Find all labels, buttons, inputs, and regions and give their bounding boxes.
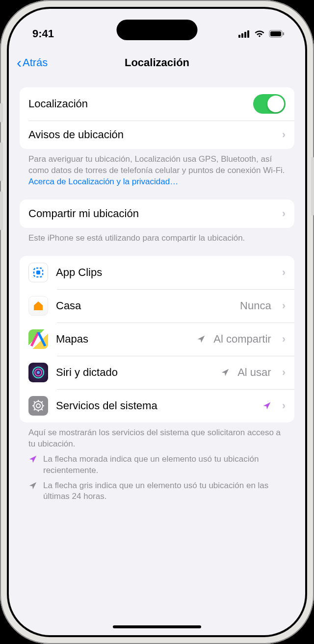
app-row-home[interactable]: Casa Nunca › [20, 289, 294, 322]
cell-label: Avisos de ubicación [28, 128, 271, 141]
back-button[interactable]: ‹ Atrás [17, 55, 48, 70]
nav-bar: ‹ Atrás Localización [9, 48, 305, 77]
svg-rect-8 [36, 271, 40, 274]
app-row-system-services[interactable]: Servicios del sistema › [20, 389, 294, 422]
group-share: Compartir mi ubicación › [20, 199, 294, 228]
svg-line-20 [34, 409, 35, 410]
privacy-link[interactable]: Acerca de Localización y la privacidad… [28, 177, 178, 186]
wifi-icon [254, 30, 265, 38]
phone-bezel: 9:41 ‹ Atrás Localización Localización [7, 7, 307, 637]
svg-line-18 [34, 401, 35, 403]
volume-down-button [0, 191, 3, 230]
cell-value: Al usar [237, 366, 271, 379]
location-arrow-gray-icon [221, 368, 230, 377]
legend-gray: La flecha gris indica que un elemento us… [20, 476, 294, 503]
cell-label: Siri y dictado [56, 366, 213, 379]
legend-purple: La flecha morada indica que un elemento … [20, 450, 294, 476]
content-scroll[interactable]: Localización Avisos de ubicación › Para … [9, 77, 305, 630]
svg-line-19 [41, 409, 43, 410]
legend-text: La flecha morada indica que un elemento … [43, 454, 286, 476]
gear-icon [28, 396, 48, 416]
svg-rect-2 [244, 32, 246, 38]
location-alerts-row[interactable]: Avisos de ubicación › [20, 121, 294, 149]
location-arrow-purple-icon [262, 401, 271, 410]
app-row-maps[interactable]: Mapas Al compartir › [20, 322, 294, 356]
app-row-appclips[interactable]: App Clips › [20, 256, 294, 289]
cell-label: Casa [56, 299, 232, 312]
cell-label: Servicios del sistema [56, 399, 255, 412]
app-row-siri[interactable]: Siri y dictado Al usar › [20, 356, 294, 389]
location-services-toggle-row[interactable]: Localización [20, 87, 294, 121]
svg-rect-3 [247, 30, 249, 38]
power-button [311, 157, 314, 216]
location-arrow-gray-icon [197, 335, 206, 344]
group-apps: App Clips › Casa Nunca › [20, 256, 294, 422]
location-arrow-purple-icon [28, 455, 37, 464]
footer-share-info: Este iPhone se está utilizando para comp… [20, 228, 294, 244]
footer-text: Este iPhone se está utilizando para comp… [28, 233, 245, 243]
status-time: 9:41 [32, 27, 54, 40]
legend-text: La flecha gris indica que un elemento us… [43, 480, 286, 503]
volume-up-button [0, 142, 3, 181]
svg-rect-5 [270, 31, 281, 36]
dynamic-island [117, 20, 198, 40]
chevron-right-icon: › [282, 399, 286, 412]
chevron-right-icon: › [282, 266, 286, 279]
cell-label: Mapas [56, 333, 189, 346]
status-indicators [238, 30, 285, 38]
chevron-right-icon: › [282, 333, 286, 346]
footer-location-info: Para averiguar tu ubicación, Localizació… [20, 149, 294, 188]
cell-value: Al compartir [213, 333, 271, 346]
svg-rect-6 [283, 32, 285, 35]
appclips-icon [28, 263, 48, 282]
siri-icon [28, 363, 48, 382]
mute-switch [0, 103, 3, 123]
battery-icon [269, 30, 285, 38]
footer-text: Aquí se mostrarán los servicios del sist… [28, 428, 281, 448]
location-toggle[interactable] [253, 94, 286, 114]
footer-text: Para averiguar tu ubicación, Localizació… [28, 154, 285, 175]
svg-rect-1 [241, 33, 243, 38]
svg-point-13 [36, 404, 40, 408]
cell-value: Nunca [240, 299, 271, 312]
svg-line-21 [41, 401, 43, 403]
chevron-right-icon: › [282, 299, 286, 312]
share-location-row[interactable]: Compartir mi ubicación › [20, 199, 294, 228]
cell-label: Localización [28, 98, 245, 110]
location-arrow-gray-icon [28, 481, 37, 490]
svg-rect-0 [238, 35, 240, 38]
back-label: Atrás [23, 56, 48, 69]
maps-icon [28, 329, 48, 349]
phone-frame: 9:41 ‹ Atrás Localización Localización [0, 0, 314, 644]
svg-point-11 [37, 371, 40, 374]
home-indicator[interactable] [113, 625, 201, 628]
screen: 9:41 ‹ Atrás Localización Localización [9, 9, 305, 635]
cellular-icon [238, 30, 250, 38]
chevron-right-icon: › [282, 128, 286, 141]
chevron-right-icon: › [282, 366, 286, 379]
page-title: Localización [125, 56, 189, 69]
footer-system-services: Aquí se mostrarán los servicios del sist… [20, 422, 294, 450]
cell-label: Compartir mi ubicación [28, 207, 271, 220]
home-icon [28, 296, 48, 316]
chevron-left-icon: ‹ [17, 55, 22, 70]
cell-label: App Clips [56, 266, 263, 279]
chevron-right-icon: › [282, 207, 286, 220]
group-location: Localización Avisos de ubicación › [20, 87, 294, 149]
